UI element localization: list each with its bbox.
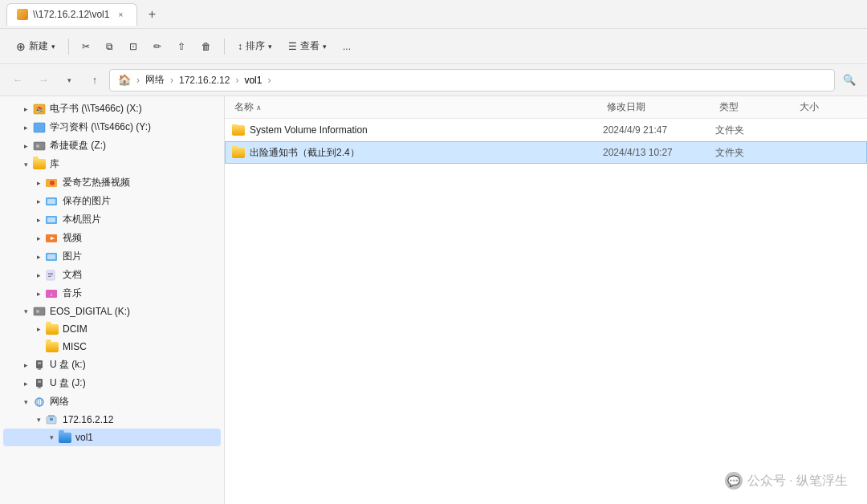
toggle-udisk-k[interactable] (19, 359, 32, 372)
file-type: 文件夹 (715, 146, 796, 160)
col-size[interactable]: 大小 (796, 100, 861, 114)
forward-button[interactable]: → (32, 69, 55, 91)
sidebar-item-eos[interactable]: EOS_DIGITAL (K:) (3, 303, 221, 320)
table-row[interactable]: System Volume Information 2024/4/9 21:47… (225, 119, 867, 141)
toggle-study[interactable] (19, 121, 32, 134)
title-bar: \\172.16.2.12\vol1 × + (0, 0, 867, 29)
breadcrumb-network[interactable]: 网络 (145, 73, 165, 87)
udisk-j-icon (32, 377, 47, 390)
toggle-udisk-j[interactable] (19, 377, 32, 390)
svg-rect-16 (48, 273, 53, 274)
saved-pics-label: 保存的图片 (63, 194, 111, 208)
sidebar-item-udisk-j[interactable]: U 盘 (J:) (3, 374, 221, 392)
paste-button[interactable]: ⊡ (123, 38, 144, 55)
share-button[interactable]: ⇧ (171, 38, 192, 55)
sidebar-item-udisk-k[interactable]: U 盘 (k:) (3, 356, 221, 374)
ebook-icon: 📚 (32, 103, 47, 116)
svg-rect-14 (47, 254, 55, 259)
eos-label: EOS_DIGITAL (K:) (50, 306, 130, 317)
rename-icon: ✏ (153, 41, 161, 52)
toggle-local-pics[interactable] (32, 213, 45, 226)
addressbar[interactable]: 🏠 › 网络 › 172.16.2.12 › vol1 › (109, 69, 835, 91)
udisk-j-label: U 盘 (J:) (50, 376, 86, 390)
sidebar-item-saved-pics[interactable]: 保存的图片 (3, 192, 221, 210)
col-type[interactable]: 类型 (716, 100, 796, 114)
table-row[interactable]: 出险通知书（截止到2.4） 2024/4/13 10:27 文件夹 (225, 141, 867, 164)
search-button[interactable]: 🔍 (838, 69, 861, 91)
toggle-music[interactable] (32, 287, 45, 300)
study-icon (32, 121, 47, 134)
toggle-images[interactable] (32, 250, 45, 263)
content-pane: 名称 ∧ 修改日期 类型 大小 System Volume Informatio… (225, 96, 867, 504)
sidebar-item-network[interactable]: 网络 (3, 392, 221, 411)
col-modified[interactable]: 修改日期 (604, 100, 716, 114)
col-name[interactable]: 名称 ∧ (231, 100, 604, 114)
new-label: 新建 (29, 39, 48, 53)
vol1-icon (58, 431, 72, 444)
sidebar-item-vol1[interactable]: vol1 (3, 429, 221, 446)
copy-button[interactable]: ⧉ (100, 38, 120, 55)
images-icon (45, 250, 59, 263)
toggle-video[interactable] (32, 232, 45, 245)
sidebar-item-dcim[interactable]: DCIM (3, 320, 221, 338)
toggle-docs[interactable] (32, 269, 45, 282)
svg-rect-33 (48, 415, 55, 417)
toggle-ku[interactable] (19, 158, 32, 171)
sidebar-item-misc[interactable]: MISC (3, 338, 221, 356)
sidebar-item-aiqiyi[interactable]: 爱奇艺热播视频 (3, 173, 221, 192)
toolbar-sep-1 (68, 39, 69, 55)
sidebar-item-ip172[interactable]: 172.16.2.12 (3, 411, 221, 429)
file-modified: 2024/4/13 10:27 (603, 147, 715, 158)
toggle-ip172[interactable] (32, 413, 45, 426)
toggle-saved-pics[interactable] (32, 195, 45, 208)
sidebar-item-ebook[interactable]: 📚 电子书 (\\Ts466c) (X:) (3, 100, 221, 118)
sidebar-item-xijie[interactable]: 希捷硬盘 (Z:) (3, 136, 221, 155)
svg-rect-22 (36, 310, 39, 313)
cut-button[interactable]: ✂ (75, 38, 96, 55)
sort-label: 排序 (246, 39, 265, 53)
dropdown-button[interactable]: ▾ (58, 69, 80, 91)
sidebar-item-ku[interactable]: 库 (3, 155, 221, 173)
toggle-dcim[interactable] (32, 323, 45, 335)
sidebar: 📚 电子书 (\\Ts466c) (X:) 学习资料 (\\Ts466c) (Y… (0, 96, 225, 504)
sort-button[interactable]: ↕ 排序 ▾ (231, 36, 279, 56)
sidebar-item-study[interactable]: 学习资料 (\\Ts466c) (Y:) (3, 118, 221, 136)
copy-icon: ⧉ (106, 41, 113, 52)
sidebar-item-video[interactable]: 视频 (3, 229, 221, 247)
new-tab-button[interactable]: + (140, 3, 163, 26)
svg-rect-27 (38, 380, 41, 383)
svg-rect-18 (48, 276, 51, 277)
rename-button[interactable]: ✏ (147, 38, 168, 55)
tab-folder-icon (17, 9, 28, 20)
home-icon: 🏠 (118, 74, 131, 86)
vol1-label: vol1 (75, 432, 93, 443)
toggle-vol1[interactable] (45, 431, 58, 444)
breadcrumb-vol1[interactable]: vol1 (244, 75, 262, 86)
view-button[interactable]: ☰ 查看 ▾ (282, 36, 333, 56)
back-button[interactable]: ← (6, 69, 29, 91)
up-button[interactable]: ↑ (83, 69, 106, 91)
svg-rect-34 (50, 418, 53, 421)
toggle-eos[interactable] (19, 305, 32, 318)
svg-rect-17 (48, 274, 53, 275)
sidebar-item-docs[interactable]: 文档 (3, 266, 221, 284)
tab-close-button[interactable]: × (114, 8, 127, 21)
sidebar-item-local-pics[interactable]: 本机照片 (3, 210, 221, 229)
cut-icon: ✂ (82, 41, 90, 52)
more-button[interactable]: ... (336, 38, 357, 55)
delete-button[interactable]: 🗑 (195, 38, 218, 55)
sidebar-item-music[interactable]: ♪ 音乐 (3, 284, 221, 303)
tab-title: \\172.16.2.12\vol1 (33, 9, 109, 20)
xijie-icon (32, 140, 47, 152)
breadcrumb-ip[interactable]: 172.16.2.12 (179, 75, 230, 86)
toggle-aiqiyi[interactable] (32, 177, 45, 189)
new-icon: ⊕ (16, 40, 26, 53)
toggle-ebook[interactable] (19, 103, 32, 116)
dcim-icon (45, 323, 59, 335)
current-tab[interactable]: \\172.16.2.12\vol1 × (6, 3, 137, 26)
study-label: 学习资料 (\\Ts466c) (Y:) (50, 120, 151, 134)
sidebar-item-images[interactable]: 图片 (3, 247, 221, 266)
toggle-xijie[interactable] (19, 140, 32, 152)
toggle-network[interactable] (19, 396, 32, 408)
new-button[interactable]: ⊕ 新建 ▾ (10, 36, 62, 56)
